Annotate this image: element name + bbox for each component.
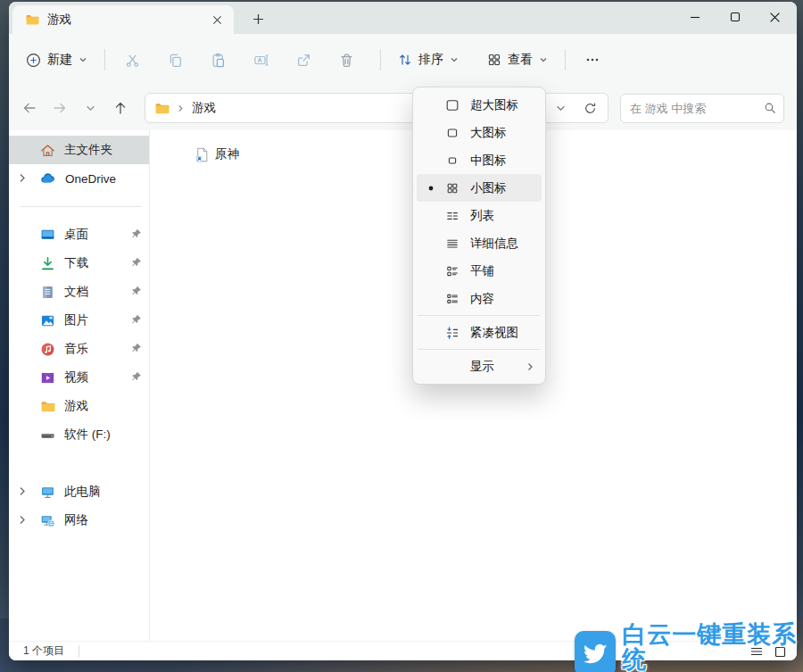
sidebar-item-label: 视频 [64, 369, 88, 386]
folder-icon [154, 101, 170, 116]
compact-view-icon [442, 326, 463, 340]
sidebar-item-home[interactable]: 主文件夹 [9, 136, 149, 164]
address-dropdown-icon[interactable] [556, 104, 566, 113]
menu-item-large-icons[interactable]: 大图标 [417, 119, 542, 146]
menu-item-details[interactable]: 详细信息 [417, 229, 542, 257]
menu-item-label: 紧凑视图 [470, 325, 518, 341]
delete-button[interactable] [328, 44, 364, 76]
sidebar-item-games[interactable]: 游戏 [9, 392, 149, 420]
recent-locations-button[interactable] [77, 95, 103, 121]
videos-icon [40, 370, 55, 386]
sidebar-item-label: 游戏 [64, 398, 88, 414]
pin-icon [131, 286, 142, 296]
tab-close-icon[interactable] [207, 10, 227, 29]
file-item-genshin[interactable]: 原神 [191, 145, 243, 164]
menu-item-label: 中图标 [470, 153, 507, 169]
tab-title: 游戏 [47, 12, 199, 28]
sidebar-item-documents[interactable]: 文档 [9, 278, 149, 306]
details-view-icon [442, 236, 463, 251]
paste-button[interactable] [200, 44, 236, 76]
chevron-right-icon[interactable] [18, 485, 27, 497]
close-button[interactable] [755, 2, 795, 32]
maximize-button[interactable] [715, 2, 755, 32]
pictures-icon [40, 313, 55, 328]
refresh-icon[interactable] [584, 102, 597, 115]
menu-item-tiles[interactable]: 平铺 [417, 257, 542, 285]
forward-button[interactable] [46, 95, 73, 121]
sidebar-item-label: 网络 [64, 512, 88, 528]
pin-icon [131, 228, 142, 239]
toolbar-separator [565, 49, 566, 71]
new-tab-button[interactable] [246, 8, 269, 29]
chevron-right-icon[interactable] [18, 514, 27, 526]
view-dropdown-menu: 超大图标 大图标 中图标 小图标 [412, 87, 546, 385]
chevron-down-icon [450, 55, 459, 64]
search-box[interactable] [620, 94, 784, 123]
up-button[interactable] [107, 95, 134, 121]
menu-item-label: 列表 [470, 208, 494, 224]
content-view-icon [442, 292, 463, 306]
view-button[interactable]: 查看 [479, 46, 556, 74]
cut-button[interactable] [114, 44, 150, 76]
window-controls [675, 2, 795, 34]
desktop-icon [40, 228, 55, 243]
sidebar-item-drive-f[interactable]: 软件 (F:) [9, 420, 149, 449]
copy-button[interactable] [157, 44, 193, 76]
new-button[interactable]: 新建 [18, 46, 95, 74]
rename-button[interactable] [243, 44, 278, 76]
menu-item-compact-view[interactable]: 紧凑视图 [417, 319, 542, 346]
menu-item-content[interactable]: 内容 [417, 285, 542, 312]
explorer-body: 主文件夹 OneDrive 桌面 [9, 130, 797, 641]
watermark-text: 白云一键重装系统 www.baiyunxitong.com [622, 622, 803, 672]
sidebar-item-this-pc[interactable]: 此电脑 [9, 477, 149, 506]
toolbar-separator [380, 49, 381, 71]
folder-icon [25, 12, 39, 27]
status-divider [79, 645, 79, 658]
minimize-button[interactable] [675, 2, 715, 32]
toolbar-separator [104, 49, 105, 71]
sidebar-item-label: 主文件夹 [64, 142, 112, 158]
sidebar-item-pictures[interactable]: 图片 [9, 306, 149, 335]
drive-icon [40, 427, 55, 443]
breadcrumb-path[interactable]: 游戏 [192, 100, 216, 116]
back-button[interactable] [16, 95, 43, 121]
sidebar-item-downloads[interactable]: 下载 [9, 249, 149, 278]
menu-item-show[interactable]: 显示 [417, 353, 542, 380]
chevron-right-icon[interactable] [18, 172, 27, 184]
sidebar-item-network[interactable]: 网络 [9, 506, 149, 535]
address-row: 游戏 [9, 86, 797, 130]
sidebar-item-desktop[interactable]: 桌面 [9, 220, 149, 249]
tiles-view-icon [442, 264, 463, 278]
sort-button[interactable]: 排序 [390, 46, 467, 74]
documents-icon [40, 285, 55, 300]
watermark: 白云一键重装系统 www.baiyunxitong.com [575, 622, 803, 672]
pin-icon [131, 371, 142, 382]
sidebar-item-music[interactable]: 音乐 [9, 335, 149, 363]
tab-games[interactable]: 游戏 [12, 5, 234, 34]
large-icons-icon [442, 126, 463, 140]
sidebar-divider [20, 206, 142, 207]
menu-item-label: 超大图标 [470, 97, 518, 113]
sidebar-item-label: OneDrive [65, 172, 116, 186]
menu-item-small-icons[interactable]: 小图标 [417, 174, 542, 202]
search-input[interactable] [630, 102, 764, 115]
tab-bar: 游戏 [9, 2, 797, 34]
chevron-down-icon [79, 55, 87, 64]
home-icon [40, 143, 55, 158]
menu-item-medium-icons[interactable]: 中图标 [417, 146, 542, 174]
menu-divider [418, 349, 541, 350]
menu-item-list[interactable]: 列表 [417, 202, 542, 229]
chevron-down-icon [539, 55, 548, 64]
shortcut-file-icon [195, 147, 210, 162]
sidebar-item-label: 音乐 [64, 341, 88, 357]
sort-arrows-icon [398, 53, 412, 67]
menu-item-extra-large-icons[interactable]: 超大图标 [417, 91, 542, 119]
share-button[interactable] [286, 44, 321, 76]
more-options-button[interactable] [575, 44, 610, 76]
sidebar-item-videos[interactable]: 视频 [9, 363, 149, 392]
menu-item-label: 平铺 [470, 263, 494, 279]
sidebar-item-onedrive[interactable]: OneDrive [9, 164, 149, 193]
menu-item-label: 大图标 [470, 125, 507, 141]
small-icons-icon [442, 181, 463, 195]
search-icon[interactable] [764, 102, 776, 114]
